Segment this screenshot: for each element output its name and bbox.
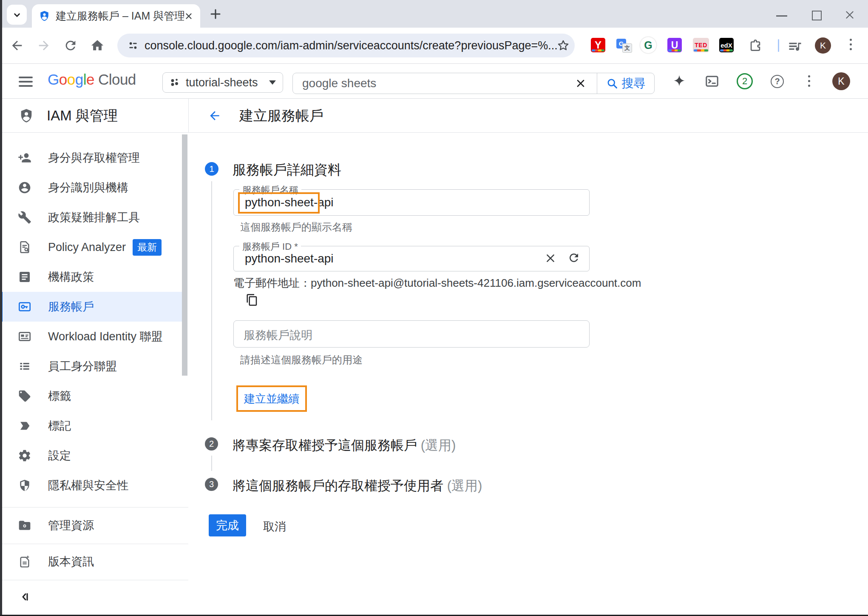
sidebar-item-identity-org[interactable]: 身分識別與機構 xyxy=(0,173,183,202)
iam-sidebar: 身分與存取權管理 身分識別與機構 政策疑難排解工具 Poli xyxy=(0,133,188,616)
service-account-id-label: 服務帳戶 ID * xyxy=(239,240,301,253)
extensions-puzzle-icon[interactable] xyxy=(748,38,763,53)
extension-grammarly-icon[interactable]: G xyxy=(640,37,656,53)
clear-id-icon[interactable] xyxy=(545,252,556,264)
project-selector[interactable]: tutorial-sheets xyxy=(162,72,283,93)
regenerate-id-icon[interactable] xyxy=(567,251,580,264)
step-2-number[interactable]: 2 xyxy=(205,437,218,451)
header-divider xyxy=(188,99,189,133)
extension-udemy-icon[interactable]: U xyxy=(667,38,682,52)
help-icon[interactable]: ? xyxy=(771,75,784,88)
tab-title: 建立服務帳戶 – IAM 與管理 – tu xyxy=(56,9,184,23)
sidebar-item-privacy-security[interactable]: 隱私權與安全性 xyxy=(0,471,183,500)
annotation-box-name xyxy=(238,192,320,214)
extension-yahoo-icon[interactable]: Y xyxy=(591,38,605,52)
favicon-stripes xyxy=(694,49,708,51)
favicon-stripes xyxy=(592,49,604,51)
sidebar-item-tags[interactable]: 標記 xyxy=(0,411,183,441)
stepper-line xyxy=(211,181,212,420)
sidebar-item-policy-analyzer[interactable]: Policy Analyzer 最新 xyxy=(0,232,183,262)
cloud-search-input[interactable]: google sheets xyxy=(302,73,376,93)
sidebar-item-workforce-identity[interactable]: 員工身分聯盟 xyxy=(0,351,183,381)
tab-close-icon[interactable] xyxy=(184,11,193,21)
bookmark-star-icon[interactable] xyxy=(557,39,570,52)
favicon-stripes xyxy=(668,49,681,51)
iam-shield-icon xyxy=(19,108,34,123)
identity-card-icon xyxy=(17,330,32,343)
sidebar-item-iam[interactable]: 身分與存取權管理 xyxy=(0,143,183,173)
sidebar-item-workload-identity[interactable]: Workload Identity 聯盟 xyxy=(0,322,183,351)
sidebar-divider xyxy=(0,580,188,580)
cloud-shell-icon[interactable] xyxy=(704,74,720,89)
step-3-number[interactable]: 3 xyxy=(205,478,218,491)
sidebar-divider xyxy=(0,544,188,544)
gemini-sparkle-icon[interactable] xyxy=(672,74,686,88)
window-titlebar: 建立服務帳戶 – IAM 與管理 – tu xyxy=(0,0,868,28)
step-1-number: 1 xyxy=(205,162,218,176)
step-2-title: 將專案存取權授予這個服務帳戶 (選用) xyxy=(233,436,456,454)
window-minimize-button[interactable] xyxy=(776,15,787,17)
sidebar-item-org-policies[interactable]: 機構政策 xyxy=(0,262,183,292)
media-playlist-icon[interactable] xyxy=(787,38,803,54)
notifications-badge[interactable]: 2 xyxy=(737,73,753,89)
home-icon[interactable] xyxy=(90,38,105,53)
sidebar-divider xyxy=(0,507,188,508)
reload-icon[interactable] xyxy=(63,38,78,53)
nav-menu-icon[interactable] xyxy=(19,77,33,89)
tag-icon xyxy=(17,389,32,403)
label-important-icon xyxy=(17,419,32,433)
sidebar-item-service-accounts[interactable]: 服務帳戶 xyxy=(0,292,183,322)
sidebar-item-labels[interactable]: 標籤 xyxy=(0,381,183,411)
forward-icon[interactable] xyxy=(37,38,51,53)
chevron-down-icon xyxy=(11,9,23,20)
cloud-search-bar[interactable]: google sheets 搜尋 xyxy=(292,73,655,94)
description-helper-text: 請描述這個服務帳戶的用途 xyxy=(240,353,363,367)
google-cloud-logo[interactable]: GoogleCloud xyxy=(48,71,136,88)
site-info-icon[interactable] xyxy=(128,40,139,51)
collapse-sidebar-icon[interactable] xyxy=(18,590,31,604)
annotation-box-create: 建立並繼續 xyxy=(236,385,307,412)
sidebar-item-release-notes[interactable]: 版本資訊 xyxy=(0,547,183,576)
create-and-continue-button[interactable]: 建立並繼續 xyxy=(244,391,299,406)
step-1-title: 服務帳戶詳細資料 xyxy=(233,161,341,180)
project-name: tutorial-sheets xyxy=(186,76,269,89)
extension-ted-icon[interactable]: TED xyxy=(693,38,709,52)
done-button[interactable]: 完成 xyxy=(209,514,246,536)
chevron-down-icon xyxy=(269,80,276,85)
favicon-stripes xyxy=(720,49,733,51)
sidebar-item-settings[interactable]: 設定 xyxy=(0,441,183,471)
iam-shield-favicon xyxy=(39,10,50,22)
shield-icon xyxy=(17,479,32,492)
copy-icon[interactable] xyxy=(246,294,258,306)
cloud-profile-avatar[interactable]: K xyxy=(832,72,850,90)
gcloud-header: GoogleCloud tutorial-sheets google sheet… xyxy=(0,64,868,99)
address-bar[interactable]: console.cloud.google.com/iam-admin/servi… xyxy=(117,34,575,57)
window-close-button[interactable] xyxy=(844,9,855,20)
create-service-account-form: 1 服務帳戶詳細資料 python-sheet-api 服務帳戶名稱 這個服務帳… xyxy=(188,133,868,616)
extension-translate-icon[interactable]: G 文 xyxy=(616,38,631,52)
window-maximize-button[interactable] xyxy=(812,11,822,20)
cloud-more-menu-icon[interactable] xyxy=(808,75,810,89)
product-title: IAM 與管理 xyxy=(47,99,118,133)
browser-profile-avatar[interactable]: K xyxy=(815,37,831,54)
new-tab-button[interactable] xyxy=(207,6,224,23)
back-arrow-icon[interactable] xyxy=(208,109,221,123)
sidebar-item-policy-troubleshooter[interactable]: 政策疑難排解工具 xyxy=(0,202,183,232)
google-logo-google: Google xyxy=(48,71,94,88)
browser-menu-icon[interactable] xyxy=(850,39,852,53)
tab-search-button[interactable] xyxy=(7,5,27,25)
clear-search-icon[interactable] xyxy=(575,78,586,89)
sidebar-scrollbar[interactable] xyxy=(182,134,187,376)
browser-tab[interactable]: 建立服務帳戶 – IAM 與管理 – tu xyxy=(32,4,200,28)
new-badge: 最新 xyxy=(133,239,162,256)
search-button[interactable]: 搜尋 xyxy=(597,73,654,94)
screen-left-edge xyxy=(0,0,2,616)
release-notes-icon xyxy=(17,555,32,568)
folder-gear-icon xyxy=(17,519,32,532)
sidebar-item-manage-resources[interactable]: 管理資源 xyxy=(0,510,183,540)
page-title: 建立服務帳戶 xyxy=(239,99,323,133)
extension-edx-icon[interactable]: edX xyxy=(719,38,734,52)
account-circle-icon xyxy=(17,181,32,194)
back-icon[interactable] xyxy=(10,38,24,53)
cancel-button[interactable]: 取消 xyxy=(263,519,286,534)
